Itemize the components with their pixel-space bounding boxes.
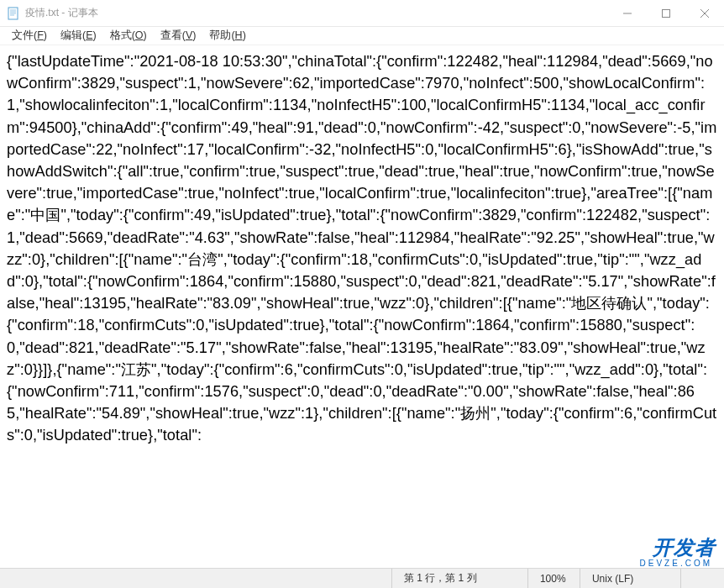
menu-help[interactable]: 帮助(H)	[202, 27, 252, 45]
close-button[interactable]	[685, 0, 724, 26]
title-bar: 疫情.txt - 记事本	[0, 0, 724, 27]
status-position: 第 1 行，第 1 列	[391, 569, 527, 588]
title-bar-left: 疫情.txt - 记事本	[7, 6, 98, 20]
status-encoding	[680, 569, 705, 588]
minimize-button[interactable]	[608, 0, 647, 26]
maximize-button[interactable]	[647, 0, 685, 26]
menu-format[interactable]: 格式(O)	[103, 27, 154, 45]
window-title: 疫情.txt - 记事本	[25, 6, 98, 20]
svg-rect-6	[663, 9, 670, 17]
menu-view[interactable]: 查看(V)	[154, 27, 203, 45]
window-controls	[608, 0, 724, 26]
menu-file[interactable]: 文件(F)	[5, 27, 54, 45]
menu-edit[interactable]: 编辑(E)	[54, 27, 103, 45]
status-zoom: 100%	[527, 569, 580, 588]
notepad-icon	[7, 7, 20, 20]
menu-bar: 文件(F) 编辑(E) 格式(O) 查看(V) 帮助(H)	[0, 27, 724, 45]
status-spacer	[0, 569, 391, 588]
status-bar: 第 1 行，第 1 列 100% Unix (LF)	[0, 568, 724, 588]
status-line-ending: Unix (LF)	[580, 569, 680, 588]
text-content[interactable]: {"lastUpdateTime":"2021-08-18 10:53:30",…	[0, 45, 724, 566]
